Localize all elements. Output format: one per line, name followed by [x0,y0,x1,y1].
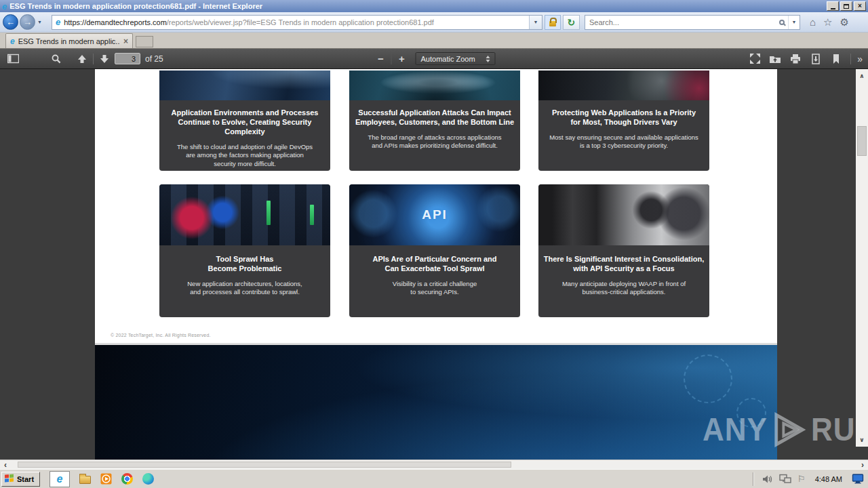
tab-label: ESG Trends in modern applic... [18,37,120,45]
find-button[interactable] [47,50,65,68]
previous-page-button[interactable] [73,50,91,68]
start-button[interactable]: Start [1,472,40,487]
windows-logo-icon [5,474,14,484]
window-titlebar: e ESG Trends in modern application prote… [0,0,868,12]
pdf-toolbar-right: » [747,50,868,68]
url-path: /reports/web/viewer.jsp?file=ESG Trends … [167,18,434,26]
media-player-icon[interactable] [100,473,112,485]
search-dropdown-button[interactable]: ▼ [788,16,800,29]
restore-button[interactable] [840,1,852,11]
zoom-in-button[interactable]: + [394,53,410,64]
scroll-right-arrow[interactable]: › [861,460,864,469]
summary-card: Application Environments and Processes C… [159,70,330,171]
horizontal-scroll-thumb[interactable] [18,462,511,468]
summary-card: There Is Significant Interest in Consoli… [538,184,709,317]
system-tray: ⚐ 4:48 AM [753,472,868,486]
quick-launch: e [50,471,154,487]
volume-icon[interactable] [762,474,773,485]
zoom-select[interactable]: Automatic Zoom [416,52,496,65]
page-number-input[interactable] [115,53,140,64]
presentation-mode-button[interactable] [747,50,763,68]
forward-button[interactable]: → [20,14,35,30]
tray-separator [753,472,754,486]
home-icon[interactable]: ⌂ [810,16,816,28]
page-up-icon [77,54,87,64]
search-icon[interactable] [779,20,785,25]
server-led-decoration [267,201,271,225]
server-led-decoration [310,205,314,225]
toolbar-separator [850,54,851,64]
scroll-down-arrow[interactable]: ∨ [856,434,868,445]
address-dropdown-button[interactable]: ▼ [529,16,542,29]
page-count-label: of 25 [145,54,163,64]
tab-active[interactable]: e ESG Trends in modern applic... × [5,33,133,48]
next-page-button[interactable] [96,50,113,68]
card-title: Application Environments and Processes C… [159,108,330,137]
network-icon[interactable] [779,474,791,484]
search-icon [51,54,62,64]
card-image [538,184,709,245]
card-title: There Is Significant Interest in Consoli… [538,255,709,274]
back-button[interactable]: ← [3,14,18,30]
zoom-out-button[interactable]: − [373,53,389,64]
card-image [349,70,520,100]
taskbar-ie-button[interactable]: e [50,471,70,487]
refresh-button[interactable]: ↻ [563,15,580,30]
browser-command-icons: ⌂ ☆ ⚙ [810,16,849,28]
security-lock-button[interactable] [545,15,561,30]
pdf-viewer[interactable]: Application Environments and Processes C… [0,69,868,460]
new-tab-button[interactable] [136,36,153,47]
pdf-page-4 [95,345,777,460]
file-explorer-icon[interactable] [79,476,91,484]
card-body: The broad range of attacks across applic… [349,134,520,150]
print-button[interactable] [787,50,804,68]
download-icon [810,54,821,64]
favorites-star-icon[interactable]: ☆ [823,16,832,28]
url-text[interactable]: https://demandtechreports.com/reports/we… [64,18,529,26]
pdf-page-3: Application Environments and Processes C… [95,69,777,343]
screen: e ESG Trends in modern application prote… [0,0,868,488]
card-title: Tool Sprawl Has Become Problematic [159,255,330,274]
more-tools-chevron[interactable]: » [857,54,863,64]
restore-icon [844,4,849,9]
api-image-label: API [349,184,520,245]
display-icon[interactable] [852,474,864,484]
taskbar: Start e ⚐ 4:48 AM [0,469,868,488]
vertical-scrollbar[interactable]: ∧ ∨ [856,69,868,447]
card-image [159,184,330,245]
page-down-icon [99,54,110,64]
scroll-left-arrow[interactable]: ‹ [4,460,7,469]
page-favicon: e [56,18,60,26]
sidebar-toggle-button[interactable] [4,50,22,68]
download-button[interactable] [808,50,824,68]
recent-pages-dropdown[interactable]: ▼ [37,20,42,24]
toolbar-separator [93,54,94,64]
minimize-button[interactable] [827,1,839,11]
chrome-icon[interactable] [121,473,133,485]
scroll-up-arrow[interactable]: ∧ [856,70,868,81]
search-input[interactable] [585,18,779,26]
address-bar[interactable]: e https://demandtechreports.com/reports/… [52,15,542,30]
copyright-text: © 2022 TechTarget, Inc. All Rights Reser… [111,333,211,338]
tab-bar: e ESG Trends in modern applic... × [0,33,868,49]
url-host: https://demandtechreports.com [64,18,167,26]
edge-icon[interactable] [142,473,154,485]
summary-card: Tool Sprawl Has Become Problematic New a… [159,184,330,317]
horizontal-scrollbar[interactable]: ‹ › [0,460,868,469]
open-file-button[interactable] [767,50,783,68]
tab-close-icon[interactable]: × [123,37,128,45]
bookmark-button[interactable] [828,50,844,68]
zoom-select-value: Automatic Zoom [421,55,486,63]
card-body: New application architectures, locations… [159,280,330,297]
vertical-scroll-thumb[interactable] [857,126,867,156]
start-label: Start [17,475,34,483]
card-title: APIs Are of Particular Concern and Can E… [349,255,520,274]
action-center-flag-icon[interactable]: ⚐ [797,474,806,483]
tab-favicon: e [10,37,15,45]
fullscreen-icon [749,53,761,64]
select-spinner-icon [486,56,490,62]
zoom-controls: − + Automatic Zoom [373,49,496,68]
close-button[interactable]: × [854,1,866,11]
tools-gear-icon[interactable]: ⚙ [840,16,848,28]
taskbar-clock[interactable]: 4:48 AM [815,475,842,483]
